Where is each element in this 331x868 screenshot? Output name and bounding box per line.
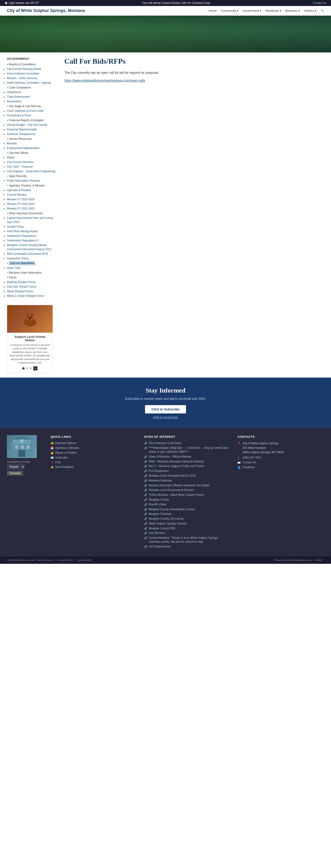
sidebar-link-open-records[interactable]: Open Records — [9, 175, 27, 178]
site-link-mca[interactable]: Montana Code Annotated (MCA) 2023 — [149, 474, 196, 478]
sidebar-link-water-sewer-forms[interactable]: Water & Sewer Related Forms — [7, 294, 44, 298]
site-link-local-govt[interactable]: Montana Local Government Services — [149, 488, 194, 492]
site-link-wss-schools[interactable]: White Sulphur Springs Schools — [149, 522, 187, 526]
sidebar-link-street-forms[interactable]: Street Related Forms — [7, 290, 33, 293]
sidebar-link-city-engineer[interactable]: City Engineer - Great West Engineering — [7, 170, 56, 173]
accessibility-link[interactable]: Accessibility — [77, 559, 91, 561]
sidebar-link-public-info[interactable]: Public Information Request — [7, 179, 40, 182]
quick-link-payment-link[interactable]: Payment Options — [55, 441, 76, 445]
sidebar-link-code-compliance[interactable]: Code Compliance — [9, 86, 31, 89]
sidebar-link-human-resources[interactable]: Human Resources — [9, 137, 32, 141]
sidebar-link-city-council[interactable]: City Council Members — [7, 160, 34, 164]
nav-home[interactable]: Home — [209, 9, 217, 12]
admin-link[interactable]: Admin — [316, 559, 323, 561]
carousel-dot-3[interactable] — [30, 367, 32, 370]
nav-business[interactable]: Business ▾ — [286, 9, 300, 12]
sidebar-link-annexation-policy[interactable]: Annexation Policy — [7, 257, 29, 260]
sidebar-link-city-clerk[interactable]: City Clerk - Treasurer — [7, 165, 33, 168]
site-link-mlct[interactable]: MLCT - Montana League of Cities and Town… — [149, 464, 204, 468]
quick-link-new-residents-link[interactable]: New Residents — [55, 465, 74, 469]
sidebar-link-agendas-packets[interactable]: Agendas & Packets — [7, 189, 31, 192]
sidebar-link-park-forms[interactable]: City Park 'Rental' Forms — [7, 285, 37, 288]
sidebar-link-council-minutes[interactable]: Council Minutes — [7, 193, 27, 196]
sidebar-link-annual-budget[interactable]: Annual Budget - City and County — [7, 123, 47, 126]
nav-government[interactable]: Government ▾ — [242, 9, 261, 12]
sidebar-link-procedures[interactable]: Procedures & Fines — [7, 114, 31, 117]
privacy-link[interactable]: Privacy Policy — [57, 559, 73, 561]
quick-link-faq-link[interactable]: FAQ — [55, 461, 61, 464]
sidebar-link-city-judge[interactable]: City Judge & City Attorney — [9, 104, 41, 108]
content-link[interactable]: https://www.whitesulphurspringsmontana.c… — [64, 79, 145, 82]
sidebar-link-building-forms[interactable]: Building Related Forms — [7, 281, 36, 284]
sidebar-link-financial-reports[interactable]: Financial Reports & Budgets — [9, 119, 44, 122]
site-link-water-sewer[interactable]: ****Water/Sewer Utility Bills ---- Click… — [149, 446, 231, 454]
site-link-visit-montana[interactable]: Visit Montana — [149, 531, 166, 535]
translate-button[interactable]: Translate — [7, 471, 23, 475]
sidebar-link-agendas[interactable]: Agendas, Packets, & Minutes — [9, 184, 45, 187]
sidebar-link-boards[interactable]: Boards & Committees — [9, 63, 36, 66]
contact-phone-link[interactable]: (406) 547-3311 — [242, 456, 261, 459]
nav-residents[interactable]: Residents ▾ — [265, 9, 281, 12]
sidebar-link-parks-agenda[interactable]: Parks Advisory Committee - Agenda — [7, 81, 51, 84]
search-icon[interactable]: 🔍 — [321, 9, 324, 12]
site-link-state-montana[interactable]: State of Montana - Official Website — [149, 455, 191, 459]
sidebar-link-wss-annexation[interactable]: WSS Annexation Document 2019 — [7, 252, 48, 255]
carousel-dot-2[interactable] — [26, 367, 28, 370]
carousel-dot-1[interactable] — [22, 367, 25, 370]
sidebar-link-minutes-2023-2024[interactable]: Minutes FY 2023-2024 — [7, 198, 35, 201]
site-link-library[interactable]: Meagher County City Library — [149, 517, 184, 521]
sidebar-link-hard-rock[interactable]: Hard Rock Mining Impact — [7, 230, 38, 233]
sidebar-link-housing-needs[interactable]: Meagher County Housing Needs Assessment … — [7, 244, 51, 251]
sidebar-link-open-calls[interactable]: Open Calls — [7, 266, 21, 270]
nav-visitors[interactable]: Visitors ▾ — [304, 9, 316, 12]
sidebar-link-parks-advisory[interactable]: Parks Advisory Committee — [7, 72, 39, 75]
sidebar-link-other-docs[interactable]: Other Important Documents — [9, 212, 43, 215]
sidebar-link-minutes-2022-2023[interactable]: Minutes FY 2022-2023 — [7, 202, 35, 206]
quick-link-agendas-link[interactable]: Agendas & Minutes — [55, 446, 79, 450]
site-link-ordinance-code[interactable]: City Ordinance Code Book — [149, 441, 181, 445]
contact-us-link[interactable]: Contact Us — [313, 1, 326, 5]
sidebar-link-planning-board[interactable]: City-County Planning Board — [7, 67, 41, 70]
sidebar-link-subdivision-regs-2[interactable]: Subdivision Regulations 2 — [7, 239, 39, 242]
sidebar-link-forms[interactable]: Forms — [9, 276, 16, 279]
site-link-central-montana[interactable]: Central Montana - Things to do in White … — [149, 536, 231, 544]
facebook-link[interactable]: Facebook — [242, 466, 255, 469]
sidebar-link-court-calendar[interactable]: Court Calendar & Dress Code — [7, 109, 43, 113]
sidebar-link-growth-policy[interactable]: Growth Policy — [7, 225, 24, 228]
quick-link-subscribe-link[interactable]: Subscribe — [55, 456, 67, 460]
sidebar-link-minutes-2021-2022[interactable]: Minutes FY 2021-2022 — [7, 207, 35, 210]
unsubscribe-link[interactable]: Click to Unsubscribe — [5, 416, 326, 419]
site-link-muni-handbook[interactable]: Montana Municipal Officials Handbook 3rd… — [149, 484, 210, 488]
site-link-chamber[interactable]: Meagher Chamber — [149, 512, 172, 516]
sidebar-link-capital-improvement[interactable]: Capital Improvement Plan and Survey Apri… — [7, 216, 53, 224]
site-link-mma[interactable]: MMA - Montana Municipal Interlocal Autho… — [149, 460, 204, 464]
site-link-usps[interactable]: US Postal Service — [149, 545, 171, 549]
language-dropdown[interactable]: English Spanish French — [7, 464, 25, 469]
sidebar-link-code-enforcement[interactable]: Code Enforcement — [7, 95, 30, 98]
sidebar-link-bids[interactable]: Call For Bids/RFPs — [10, 262, 34, 265]
sidebar-link-parks-minutes[interactable]: Minutes - Parks Advisory — [7, 76, 37, 80]
nav-community[interactable]: Community ▾ — [221, 9, 238, 12]
site-link-sheriffs[interactable]: Sheriff's Office — [149, 503, 166, 506]
sidebar-link-ordinances[interactable]: Ordinances — [7, 91, 21, 94]
quick-link-report-link[interactable]: Report a Problem — [55, 451, 77, 455]
site-link-cadastral[interactable]: Montana Cadastral — [149, 479, 172, 483]
language-selector[interactable]: English Spanish French — [7, 464, 44, 469]
sidebar-link-employment[interactable]: Employment Opportunities — [7, 147, 39, 150]
sidebar-link-subdivision-regs[interactable]: Subdivision Regulations — [7, 234, 36, 238]
site-link-fire-dept[interactable]: Fire Department — [149, 469, 169, 473]
sidebar-link-mayor[interactable]: Mayor — [7, 156, 14, 159]
terms-link[interactable]: Terms of Use — [37, 559, 52, 561]
site-link-stewardship[interactable]: Meagher County Stewardship Council — [149, 507, 195, 512]
sidebar-link-resolutions[interactable]: Resolutions — [7, 100, 21, 103]
subscribe-button[interactable]: Click to Subscribe — [145, 405, 186, 413]
site-link-tintina[interactable]: Tintina Montana - Black Butte Copper Pro… — [149, 493, 204, 497]
carousel-pause-button[interactable]: ⏸ — [33, 366, 37, 370]
sidebar-link-elections[interactable]: Elections Voter Information — [9, 271, 42, 274]
sidebar-link-city-hall-offices[interactable]: City Hall Offices — [9, 151, 28, 155]
site-link-meagher-county[interactable]: Meagher County — [149, 498, 169, 502]
sidebar-link-benefits[interactable]: Benefits — [7, 142, 17, 145]
sidebar-link-financial-reports-audits[interactable]: Financial Reports/Audits — [7, 128, 37, 131]
contact-us-footer-link[interactable]: Contact Us — [242, 461, 256, 464]
site-link-meagher-pbs[interactable]: Meagher County PBS — [149, 527, 175, 530]
